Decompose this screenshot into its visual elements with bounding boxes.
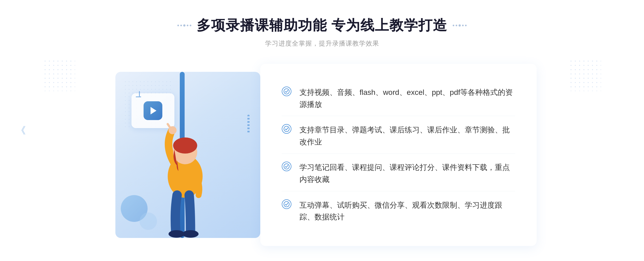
features-panel: 支持视频、音频、flash、word、excel、ppt、pdf等各种格式的资源…: [260, 64, 537, 246]
illustration-panel: [107, 64, 268, 246]
feature-item-3: 学习笔记回看、课程提问、课程评论打分、课件资料下载，重点内容收藏: [282, 156, 515, 191]
header: 多项录播课辅助功能 专为线上教学打造: [177, 16, 467, 35]
feature-item-2: 支持章节目录、弹题考试、课后练习、课后作业、章节测验、批改作业: [282, 119, 515, 154]
svg-line-6: [168, 124, 170, 128]
svg-point-4: [182, 230, 199, 238]
feature-text-2: 支持章节目录、弹题考试、课后练习、课后作业、章节测验、批改作业: [299, 124, 515, 148]
dot-6: [453, 25, 454, 26]
feature-text-3: 学习笔记回看、课程提问、课程评论打分、课件资料下载，重点内容收藏: [299, 162, 515, 186]
check-icon-3: [282, 162, 291, 171]
svg-point-10: [284, 202, 289, 207]
dot-1: [177, 25, 179, 26]
svg-point-7: [284, 89, 289, 94]
dot-8: [459, 24, 461, 27]
dot-4: [187, 25, 188, 26]
feature-text-1: 支持视频、音频、flash、word、excel、ppt、pdf等各种格式的资源…: [299, 87, 515, 111]
dot-3: [183, 24, 185, 27]
check-icon-2: [282, 124, 291, 134]
dot-10: [465, 25, 467, 26]
person-illustration: [137, 99, 233, 238]
check-icon-1: [282, 87, 291, 96]
dots-decoration-left: [43, 59, 75, 91]
svg-point-8: [284, 126, 289, 132]
dot-2: [180, 25, 182, 26]
stripe-decoration: [247, 115, 250, 133]
dot-7: [456, 25, 457, 26]
page-title: 多项录播课辅助功能 专为线上教学打造: [197, 16, 447, 35]
header-dots-left: [177, 24, 191, 27]
svg-point-3: [169, 230, 185, 238]
illus-bg-card: [115, 72, 260, 238]
page-subtitle: 学习进度全掌握，提升录播课教学效果: [265, 39, 379, 48]
dot-9: [462, 25, 464, 26]
feature-item-4: 互动弹幕、试听购买、微信分享、观看次数限制、学习进度跟踪、数据统计: [282, 194, 515, 229]
check-icon-4: [282, 199, 291, 209]
svg-point-2: [173, 137, 197, 154]
feature-text-4: 互动弹幕、试听购买、微信分享、观看次数限制、学习进度跟踪、数据统计: [299, 199, 515, 223]
nav-arrow-left[interactable]: 《: [16, 124, 26, 137]
content-area: 支持视频、音频、flash、word、excel、ppt、pdf等各种格式的资源…: [107, 64, 537, 246]
feature-item-1: 支持视频、音频、flash、word、excel、ppt、pdf等各种格式的资源…: [282, 81, 515, 116]
header-dots-right: [453, 24, 467, 27]
dot-5: [190, 25, 191, 26]
dots-decoration-right: [569, 59, 601, 91]
svg-point-9: [284, 164, 289, 169]
page-container: 多项录播课辅助功能 专为线上教学打造 学习进度全掌握，提升录播课教学效果: [0, 0, 644, 261]
